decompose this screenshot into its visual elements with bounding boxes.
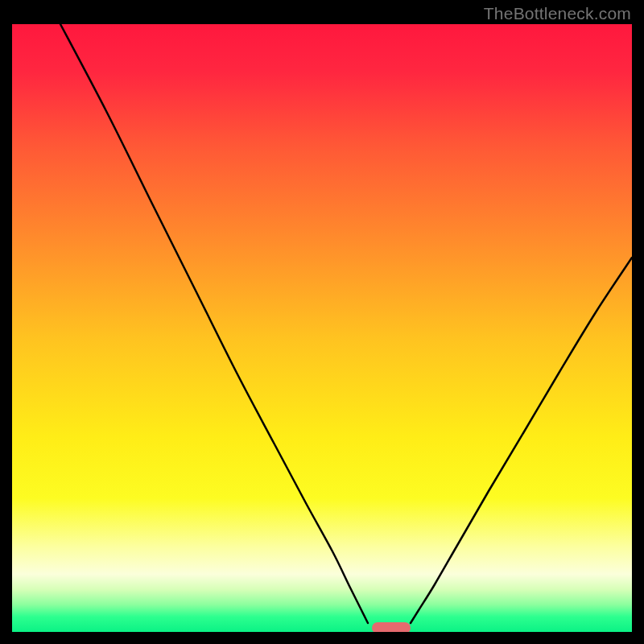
chart-background: [12, 24, 632, 632]
optimal-marker: [372, 622, 411, 632]
bottleneck-chart: [12, 24, 632, 632]
chart-frame: [12, 24, 632, 632]
watermark-text: TheBottleneck.com: [484, 4, 631, 23]
